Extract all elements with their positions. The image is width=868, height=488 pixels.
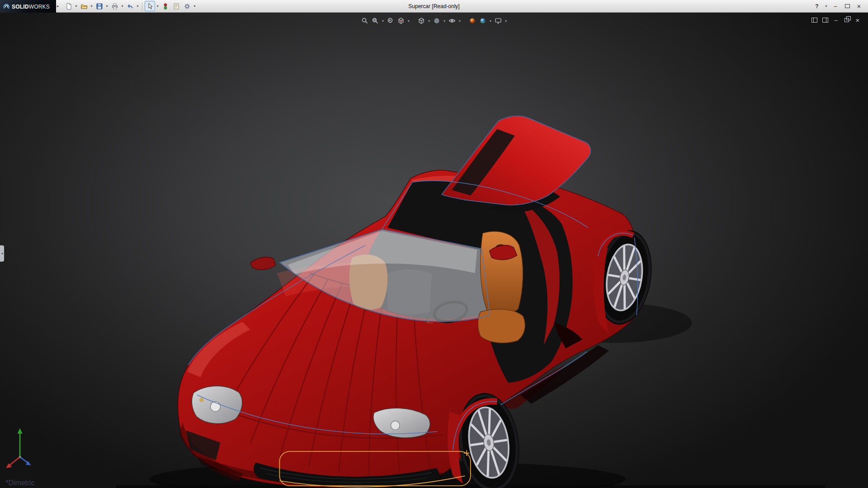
design-binder-button[interactable] (171, 1, 181, 11)
options-button[interactable] (182, 1, 192, 11)
logo-expand-arrow[interactable]: ▸ (57, 4, 59, 8)
design-binder-icon (173, 3, 180, 10)
doc-close-button[interactable]: × (854, 16, 861, 23)
help-dropdown-arrow[interactable]: ▾ (824, 4, 828, 8)
view-settings-button[interactable] (494, 16, 503, 25)
zoom-to-area-button[interactable] (371, 16, 380, 25)
dropdown-arrow[interactable]: ▾ (458, 19, 462, 23)
rebuild-icon (162, 3, 169, 10)
dropdown-arrow[interactable]: ▾ (489, 19, 492, 23)
display-style-button[interactable] (432, 16, 441, 25)
help-button[interactable]: ? (812, 1, 821, 11)
pane-left-button[interactable] (811, 16, 817, 23)
dropdown-arrow[interactable]: ▾ (156, 4, 160, 8)
undo-button[interactable] (125, 1, 135, 11)
undo-icon (127, 3, 134, 10)
apply-scene-button[interactable] (478, 16, 487, 25)
edit-appearance-icon (469, 17, 476, 24)
logo-text-light: WORKS (29, 4, 50, 10)
dropdown-arrow[interactable]: ▾ (407, 19, 410, 23)
dropdown-arrow[interactable]: ▾ (136, 4, 140, 8)
section-view-icon (397, 17, 405, 24)
select-button[interactable] (145, 1, 155, 11)
titlebar-controls: ? ▾ – × (812, 1, 868, 11)
new-document-icon (65, 3, 72, 10)
dropdown-arrow[interactable]: ▾ (504, 19, 508, 23)
previous-view-button[interactable] (386, 16, 395, 25)
section-view-button[interactable] (396, 16, 406, 25)
edit-appearance-button[interactable] (468, 16, 477, 25)
hide-show-eye-icon (448, 17, 456, 24)
view-orientation-label: *Dimetric (5, 479, 35, 487)
titlebar: SOLIDWORKS ▸ ▾ ▾ (0, 0, 868, 13)
save-icon (96, 3, 103, 10)
dassault-3ds-icon (3, 3, 10, 10)
view-orientation-button[interactable] (417, 16, 426, 25)
dropdown-arrow[interactable]: ▾ (74, 4, 78, 8)
graphics-viewport[interactable]: ▾ ▾ ▾ (0, 13, 868, 488)
doc-minimize-button[interactable]: – (833, 16, 839, 23)
open-button[interactable] (79, 1, 89, 11)
dropdown-arrow[interactable]: ▾ (381, 19, 385, 23)
zoom-to-area-icon (372, 17, 379, 24)
pane-right-button[interactable] (822, 16, 828, 23)
options-gear-icon (184, 3, 191, 10)
solidworks-window: SOLIDWORKS ▸ ▾ ▾ (0, 0, 868, 488)
document-window-controls: – × (811, 16, 861, 23)
panel-collapse-tab[interactable]: ◂ (0, 245, 4, 262)
apply-scene-icon (479, 17, 486, 24)
dropdown-arrow[interactable]: ▾ (90, 4, 94, 8)
maximize-icon (845, 4, 850, 8)
dropdown-arrow[interactable]: ▾ (427, 19, 431, 23)
solidworks-logo: SOLIDWORKS (0, 0, 56, 13)
maximize-button[interactable] (843, 1, 852, 11)
zoom-to-fit-icon (361, 17, 368, 24)
display-style-icon (433, 17, 440, 24)
close-button[interactable]: × (854, 1, 863, 11)
collapse-arrow-icon: ◂ (1, 252, 3, 255)
zoom-to-fit-button[interactable] (360, 16, 369, 25)
supercar-model[interactable] (178, 116, 658, 488)
dropdown-arrow[interactable]: ▾ (120, 4, 124, 8)
orientation-triad[interactable] (6, 428, 31, 468)
view-settings-icon (495, 17, 502, 24)
pane-right-icon (822, 18, 828, 23)
open-folder-icon (80, 3, 88, 10)
dropdown-arrow[interactable]: ▾ (443, 19, 446, 23)
dropdown-arrow[interactable]: ▾ (193, 4, 197, 8)
restore-icon (844, 18, 849, 22)
toolbar-separator (142, 2, 142, 10)
view-orientation-cube-icon (418, 17, 425, 24)
select-cursor-icon (146, 3, 154, 10)
previous-view-icon (387, 17, 394, 24)
save-button[interactable] (94, 1, 104, 11)
logo-text-bold: SOLID (12, 4, 29, 10)
pane-left-icon (811, 18, 817, 23)
print-icon (111, 3, 118, 10)
dropdown-arrow[interactable]: ▾ (105, 4, 109, 8)
rebuild-button[interactable] (160, 1, 170, 11)
new-document-button[interactable] (63, 1, 74, 11)
scene-canvas[interactable]: *Dimetric (0, 13, 868, 488)
doc-restore-button[interactable] (844, 16, 850, 23)
heads-up-view-toolbar: ▾ ▾ ▾ (360, 16, 508, 25)
main-toolbar: ▾ ▾ ▾ (63, 1, 197, 11)
print-button[interactable] (109, 1, 120, 11)
hide-show-items-button[interactable] (448, 16, 457, 25)
minimize-button[interactable]: – (831, 1, 840, 11)
